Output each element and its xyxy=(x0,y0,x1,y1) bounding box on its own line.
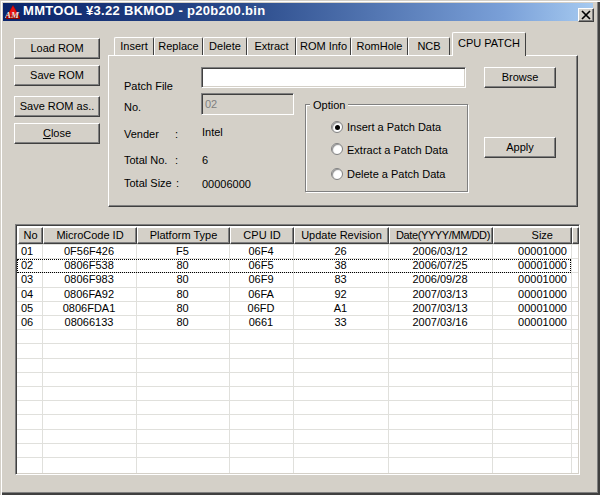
svg-text:AM: AM xyxy=(5,10,20,20)
